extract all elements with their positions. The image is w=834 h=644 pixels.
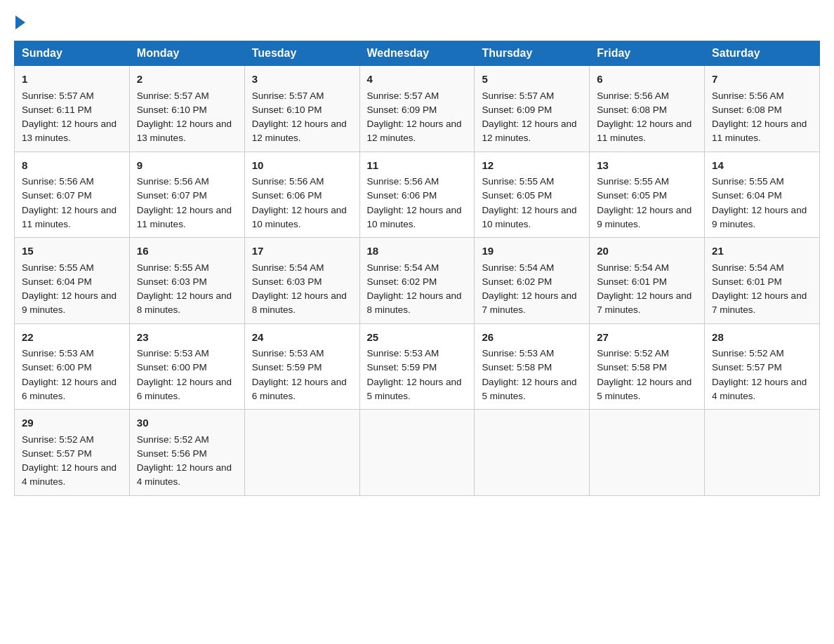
sunrise-text: Sunrise: 5:57 AM	[22, 90, 94, 101]
daylight-text: Daylight: 12 hours and 12 minutes.	[367, 119, 462, 143]
sunrise-text: Sunrise: 5:53 AM	[252, 348, 324, 358]
calendar-cell: 17Sunrise: 5:54 AMSunset: 6:03 PMDayligh…	[244, 238, 359, 324]
calendar-cell: 15Sunrise: 5:55 AMSunset: 6:04 PMDayligh…	[15, 238, 130, 324]
sunset-text: Sunset: 6:09 PM	[367, 105, 437, 115]
logo-arrow-icon	[15, 15, 25, 29]
calendar-cell: 8Sunrise: 5:56 AMSunset: 6:07 PMDaylight…	[15, 152, 130, 238]
col-header-tuesday: Tuesday	[244, 41, 359, 66]
day-number: 24	[252, 330, 352, 346]
sunset-text: Sunset: 6:06 PM	[367, 190, 437, 201]
calendar-cell: 10Sunrise: 5:56 AMSunset: 6:06 PMDayligh…	[244, 152, 359, 238]
day-number: 15	[22, 243, 122, 260]
sunset-text: Sunset: 6:00 PM	[22, 362, 92, 373]
day-number: 8	[22, 158, 122, 174]
sunrise-text: Sunrise: 5:54 AM	[482, 262, 554, 273]
day-number: 18	[367, 243, 468, 260]
col-header-sunday: Sunday	[15, 41, 130, 66]
sunrise-text: Sunrise: 5:56 AM	[597, 90, 669, 101]
daylight-text: Daylight: 12 hours and 10 minutes.	[367, 205, 462, 229]
sunrise-text: Sunrise: 5:54 AM	[252, 262, 324, 273]
sunrise-text: Sunrise: 5:55 AM	[482, 176, 554, 187]
sunset-text: Sunset: 6:06 PM	[252, 190, 322, 201]
sunset-text: Sunset: 6:09 PM	[482, 105, 552, 115]
calendar-week-2: 8Sunrise: 5:56 AMSunset: 6:07 PMDaylight…	[15, 152, 820, 238]
sunrise-text: Sunrise: 5:54 AM	[597, 262, 669, 273]
day-number: 23	[137, 330, 237, 346]
sunset-text: Sunset: 6:03 PM	[252, 276, 322, 287]
sunset-text: Sunset: 6:10 PM	[137, 105, 207, 115]
day-number: 27	[597, 330, 697, 346]
day-number: 4	[367, 72, 468, 88]
calendar-header-row: SundayMondayTuesdayWednesdayThursdayFrid…	[15, 41, 820, 66]
sunrise-text: Sunrise: 5:52 AM	[712, 348, 784, 358]
day-number: 25	[367, 330, 468, 346]
col-header-monday: Monday	[129, 41, 244, 66]
day-number: 30	[137, 415, 237, 431]
daylight-text: Daylight: 12 hours and 10 minutes.	[482, 205, 576, 229]
daylight-text: Daylight: 12 hours and 11 minutes.	[712, 119, 807, 143]
sunset-text: Sunset: 6:07 PM	[22, 190, 92, 201]
daylight-text: Daylight: 12 hours and 6 minutes.	[137, 377, 232, 401]
sunset-text: Sunset: 5:59 PM	[367, 362, 437, 373]
calendar-week-4: 22Sunrise: 5:53 AMSunset: 6:00 PMDayligh…	[15, 323, 820, 410]
day-number: 28	[712, 330, 812, 346]
daylight-text: Daylight: 12 hours and 5 minutes.	[597, 377, 691, 401]
day-number: 16	[137, 243, 237, 260]
sunrise-text: Sunrise: 5:56 AM	[367, 176, 439, 187]
calendar-cell	[590, 410, 705, 496]
daylight-text: Daylight: 12 hours and 7 minutes.	[482, 290, 576, 315]
calendar-cell: 2Sunrise: 5:57 AMSunset: 6:10 PMDaylight…	[129, 66, 244, 152]
day-number: 12	[482, 158, 582, 174]
calendar-cell	[359, 410, 475, 496]
sunrise-text: Sunrise: 5:56 AM	[137, 176, 209, 187]
calendar-cell: 7Sunrise: 5:56 AMSunset: 6:08 PMDaylight…	[705, 66, 820, 152]
day-number: 20	[597, 243, 697, 260]
sunset-text: Sunset: 5:57 PM	[712, 362, 782, 373]
day-number: 9	[137, 158, 237, 174]
calendar-cell: 30Sunrise: 5:52 AMSunset: 5:56 PMDayligh…	[129, 410, 244, 496]
calendar-week-3: 15Sunrise: 5:55 AMSunset: 6:04 PMDayligh…	[15, 238, 820, 324]
calendar-cell: 28Sunrise: 5:52 AMSunset: 5:57 PMDayligh…	[705, 323, 820, 410]
day-number: 13	[597, 158, 697, 174]
day-number: 3	[252, 72, 352, 88]
daylight-text: Daylight: 12 hours and 11 minutes.	[22, 205, 117, 229]
day-number: 1	[22, 72, 122, 88]
day-number: 11	[367, 158, 468, 174]
daylight-text: Daylight: 12 hours and 8 minutes.	[137, 290, 232, 315]
sunset-text: Sunset: 5:56 PM	[137, 448, 207, 459]
calendar-cell: 20Sunrise: 5:54 AMSunset: 6:01 PMDayligh…	[590, 238, 705, 324]
daylight-text: Daylight: 12 hours and 10 minutes.	[252, 205, 347, 229]
sunset-text: Sunset: 5:57 PM	[22, 448, 92, 459]
daylight-text: Daylight: 12 hours and 4 minutes.	[137, 462, 232, 487]
calendar-cell: 21Sunrise: 5:54 AMSunset: 6:01 PMDayligh…	[705, 238, 820, 324]
sunset-text: Sunset: 6:08 PM	[712, 105, 782, 115]
sunset-text: Sunset: 6:01 PM	[597, 276, 667, 287]
day-number: 26	[482, 330, 582, 346]
daylight-text: Daylight: 12 hours and 12 minutes.	[252, 119, 347, 143]
page-header	[14, 14, 820, 29]
calendar-cell	[705, 410, 820, 496]
day-number: 19	[482, 243, 582, 260]
sunrise-text: Sunrise: 5:53 AM	[137, 348, 209, 358]
day-number: 17	[252, 243, 352, 260]
sunset-text: Sunset: 6:03 PM	[137, 276, 207, 287]
sunrise-text: Sunrise: 5:57 AM	[482, 90, 554, 101]
sunset-text: Sunset: 6:00 PM	[137, 362, 207, 373]
calendar-cell	[475, 410, 590, 496]
sunrise-text: Sunrise: 5:54 AM	[367, 262, 439, 273]
sunrise-text: Sunrise: 5:57 AM	[137, 90, 209, 101]
sunset-text: Sunset: 6:04 PM	[712, 190, 782, 201]
day-number: 6	[597, 72, 697, 88]
sunrise-text: Sunrise: 5:53 AM	[367, 348, 439, 358]
daylight-text: Daylight: 12 hours and 11 minutes.	[137, 205, 232, 229]
daylight-text: Daylight: 12 hours and 5 minutes.	[482, 377, 576, 401]
sunrise-text: Sunrise: 5:55 AM	[712, 176, 784, 187]
calendar-table: SundayMondayTuesdayWednesdayThursdayFrid…	[14, 41, 820, 496]
sunset-text: Sunset: 6:10 PM	[252, 105, 322, 115]
calendar-cell: 16Sunrise: 5:55 AMSunset: 6:03 PMDayligh…	[129, 238, 244, 324]
day-number: 2	[137, 72, 237, 88]
day-number: 21	[712, 243, 812, 260]
col-header-wednesday: Wednesday	[359, 41, 475, 66]
sunset-text: Sunset: 5:58 PM	[482, 362, 552, 373]
calendar-cell: 9Sunrise: 5:56 AMSunset: 6:07 PMDaylight…	[129, 152, 244, 238]
